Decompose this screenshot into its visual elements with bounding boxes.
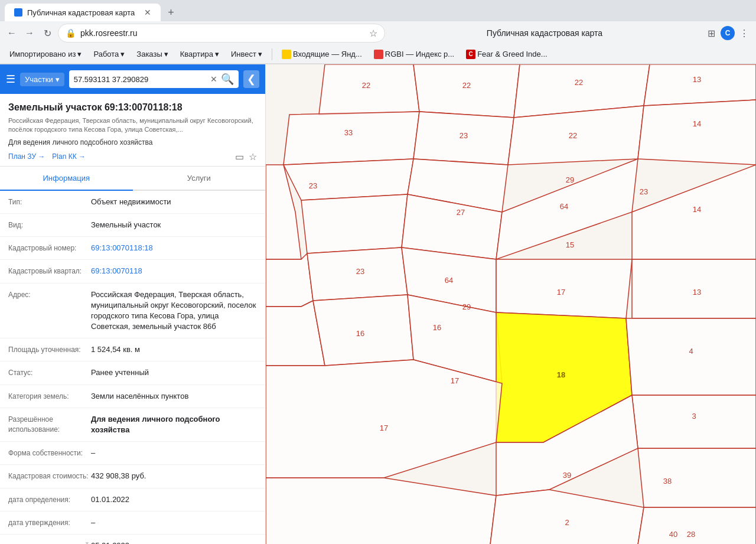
extensions-button[interactable]: ⊞ xyxy=(704,26,718,40)
svg-marker-32 xyxy=(638,507,756,544)
svg-text:13: 13 xyxy=(693,288,701,297)
bookmark-icon[interactable]: ☆ xyxy=(369,28,377,39)
svg-text:16: 16 xyxy=(356,329,364,338)
map-area[interactable]: 22 22 22 13 33 23 22 14 23 29 64 27 23 1… xyxy=(266,64,756,544)
favorite-icon[interactable]: ☆ xyxy=(249,151,257,162)
menu-work[interactable]: Работа ▾ xyxy=(89,47,129,61)
value-kind: Земельный участок xyxy=(91,220,257,230)
hamburger-icon[interactable]: ☰ xyxy=(6,73,15,86)
svg-text:16: 16 xyxy=(433,323,441,332)
lock-icon: 🔒 xyxy=(66,28,76,38)
label-category: Категория земель: xyxy=(8,391,91,402)
info-row-kind: Вид: Земельный участок xyxy=(0,214,265,237)
svg-text:18: 18 xyxy=(557,370,565,379)
svg-text:23: 23 xyxy=(640,187,648,196)
svg-text:17: 17 xyxy=(380,424,388,432)
chevron-icon: ▾ xyxy=(120,50,125,58)
svg-marker-25 xyxy=(626,318,756,395)
svg-text:40: 40 xyxy=(669,530,677,539)
bookmarks-bar: Импортировано из ▾ Работа ▾ Заказы ▾ Ква… xyxy=(0,45,756,64)
url-display: pkk.rosreestr.ru xyxy=(80,28,364,38)
info-row-cadastral-quarter: Кадастровый квартал: 69:13:0070118 xyxy=(0,260,265,283)
action-icons: ▭ ☆ xyxy=(235,151,257,162)
svg-text:14: 14 xyxy=(693,119,701,128)
value-cadastral-quarter[interactable]: 69:13:0070118 xyxy=(91,266,257,276)
info-row-address: Адрес: Российская Федерация, Тверская об… xyxy=(0,284,265,339)
label-cadastral-quarter: Кадастровый квартал: xyxy=(8,266,91,276)
label-date-entered: дата внесения сведений: xyxy=(8,540,91,544)
svg-marker-10 xyxy=(284,159,413,200)
tab-title: Публичная кадастровая карта xyxy=(27,8,135,17)
chevron-icon: ▾ xyxy=(258,50,262,58)
svg-text:64: 64 xyxy=(445,276,453,285)
info-row-date-entered: дата внесения сведений: 05.01.2023 xyxy=(0,535,265,544)
profile-button[interactable]: C xyxy=(721,26,735,40)
label-date-determined: дата определения: xyxy=(8,494,91,505)
tab-bar: Публичная кадастровая карта ✕ + xyxy=(0,0,756,21)
cadastral-map: 22 22 22 13 33 23 22 14 23 29 64 27 23 1… xyxy=(266,64,756,544)
label-area: Площадь уточненная: xyxy=(8,344,91,355)
menu-orders[interactable]: Заказы ▾ xyxy=(132,47,172,61)
cnn-favicon: C xyxy=(466,50,475,59)
svg-text:29: 29 xyxy=(566,175,574,184)
tab-close[interactable]: ✕ xyxy=(144,8,151,17)
chevron-icon: ▾ xyxy=(164,50,168,58)
plan-zu-link[interactable]: План ЗУ → xyxy=(8,152,45,161)
info-row-date-determined: дата определения: 01.01.2022 xyxy=(0,488,265,512)
info-row-category: Категория земель: Земли населённых пункт… xyxy=(0,385,265,408)
property-header: Земельный участок 69:13:0070118:18 Росси… xyxy=(0,94,265,167)
panel-toggle[interactable]: ❮ xyxy=(243,70,259,88)
menu-button[interactable]: ⋮ xyxy=(737,26,751,40)
menu-yandex[interactable]: Входящие — Янд... xyxy=(277,47,367,61)
svg-marker-26 xyxy=(632,395,756,448)
chevron-icon: ▾ xyxy=(77,50,82,58)
browser-chrome: Публичная кадастровая карта ✕ + ← → ↻ 🔒 … xyxy=(0,0,756,64)
menu-invest[interactable]: Инвест ▾ xyxy=(226,47,267,61)
search-icon[interactable]: 🔍 xyxy=(221,73,234,86)
menu-fear-greed[interactable]: C Fear & Greed Inde... xyxy=(461,47,552,61)
value-cadastral-number[interactable]: 69:13:0070118:18 xyxy=(91,243,257,253)
svg-text:33: 33 xyxy=(344,128,353,137)
reload-button[interactable]: ↻ xyxy=(40,26,54,40)
plan-kk-link[interactable]: Plan КК → xyxy=(52,152,86,161)
info-row-type: Тип: Объект недвижимости xyxy=(0,191,265,214)
svg-text:39: 39 xyxy=(563,471,571,480)
tab-favicon xyxy=(14,8,22,17)
svg-marker-2 xyxy=(413,64,520,118)
separator xyxy=(272,48,272,60)
forward-button[interactable]: → xyxy=(22,26,37,40)
value-type: Объект недвижимости xyxy=(91,197,257,207)
svg-text:23: 23 xyxy=(309,181,317,190)
tab-services[interactable]: Услуги xyxy=(133,167,266,191)
left-panel: ☰ Участки ▾ ✕ 🔍 ❮ Земельный участок 69:1… xyxy=(0,64,266,544)
info-row-cadastral-value: Кадастровая стоимость: 432 908,38 руб. xyxy=(0,465,265,488)
value-date-entered: 05.01.2023 xyxy=(91,540,257,544)
label-address: Адрес: xyxy=(8,289,91,300)
value-area: 1 524,54 кв. м xyxy=(91,344,257,355)
menu-imported[interactable]: Импортировано из ▾ xyxy=(5,47,86,61)
search-input[interactable] xyxy=(74,75,207,84)
info-row-status: Статус: Ранее учтенный xyxy=(0,361,265,385)
copy-icon[interactable]: ▭ xyxy=(235,151,244,162)
tab-info[interactable]: Информация xyxy=(0,167,133,191)
search-type-label: Участки xyxy=(25,75,53,84)
rgbi-favicon xyxy=(374,50,383,59)
menu-rgbi[interactable]: RGBI — Индекс р... xyxy=(369,47,459,61)
svg-marker-5 xyxy=(284,112,419,165)
svg-text:4: 4 xyxy=(689,347,693,356)
svg-marker-29 xyxy=(638,448,756,507)
back-button[interactable]: ← xyxy=(5,26,19,40)
menu-apartment[interactable]: Квартира ▾ xyxy=(175,47,224,61)
address-bar[interactable]: 🔒 pkk.rosreestr.ru ☆ xyxy=(58,24,385,43)
label-date-approved: дата утверждения: xyxy=(8,517,91,528)
search-type-selector[interactable]: Участки ▾ xyxy=(20,73,64,86)
svg-text:22: 22 xyxy=(569,131,577,140)
clear-icon[interactable]: ✕ xyxy=(210,74,217,84)
new-tab-button[interactable]: + xyxy=(163,4,179,21)
svg-text:22: 22 xyxy=(362,81,370,90)
svg-text:27: 27 xyxy=(457,208,465,217)
svg-text:14: 14 xyxy=(693,205,701,214)
info-row-permitted-use: Разрешённое использование: Для ведения л… xyxy=(0,408,265,442)
yandex-favicon xyxy=(282,50,291,59)
search-input-container: ✕ 🔍 xyxy=(69,70,239,88)
